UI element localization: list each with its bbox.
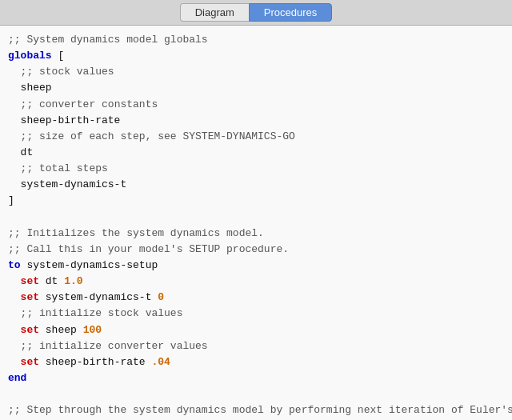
code-editor[interactable]: ;; System dynamics model globals globals…: [0, 26, 512, 420]
tab-procedures[interactable]: Procedures: [249, 3, 332, 22]
tab-diagram[interactable]: Diagram: [180, 3, 249, 22]
tab-bar: Diagram Procedures: [0, 0, 512, 26]
